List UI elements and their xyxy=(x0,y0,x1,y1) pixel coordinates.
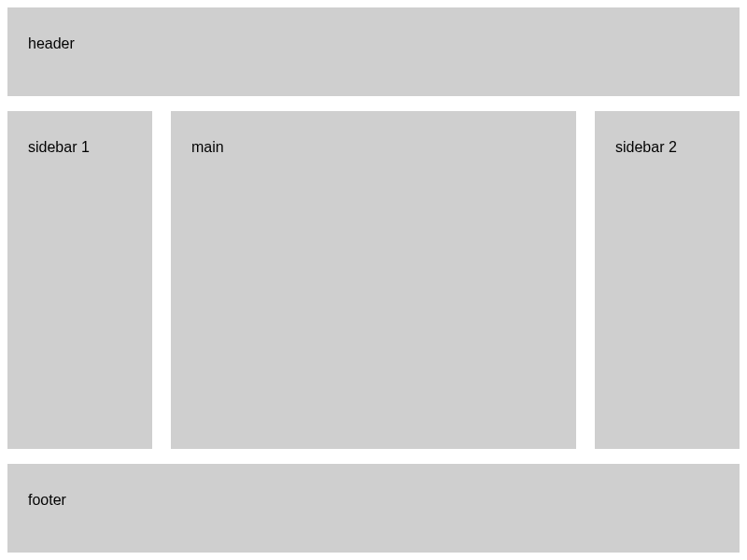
header-label: header xyxy=(28,35,75,51)
main-label: main xyxy=(191,139,224,155)
main-region: main xyxy=(171,111,576,449)
sidebar-2-label: sidebar 2 xyxy=(615,139,677,155)
layout-wireframe: header sidebar 1 main sidebar 2 footer xyxy=(7,7,740,553)
middle-row: sidebar 1 main sidebar 2 xyxy=(7,111,740,449)
footer-region: footer xyxy=(7,464,740,553)
sidebar-1-label: sidebar 1 xyxy=(28,139,90,155)
sidebar-2-region: sidebar 2 xyxy=(595,111,740,449)
header-region: header xyxy=(7,7,740,96)
footer-label: footer xyxy=(28,492,66,508)
sidebar-1-region: sidebar 1 xyxy=(7,111,152,449)
